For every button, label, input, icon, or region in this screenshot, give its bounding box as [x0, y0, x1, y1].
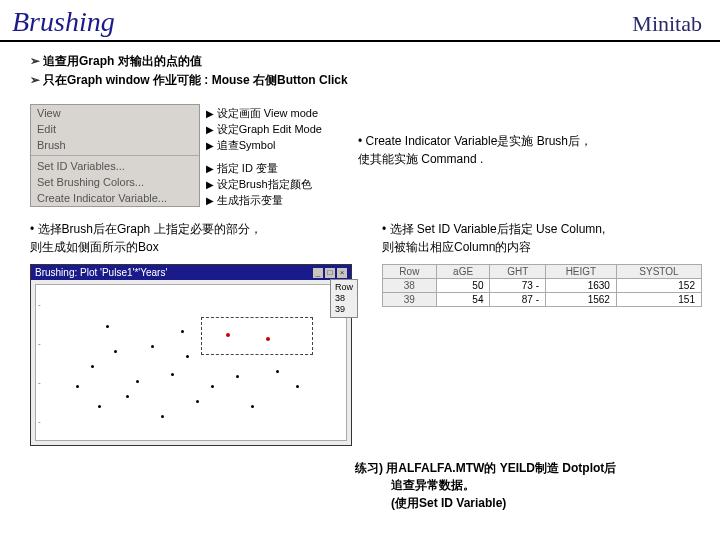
- context-menu: View Edit Brush Set ID Variables... Set …: [30, 104, 200, 207]
- cell: 73 -: [490, 279, 546, 293]
- close-icon[interactable]: ×: [337, 268, 347, 278]
- brush-selection[interactable]: [201, 317, 313, 355]
- intro-line-2: 只在Graph window 作业可能 : Mouse 右侧Button Cli…: [30, 71, 702, 90]
- note-line1: • Create Indicator Variable是实施 Brush后，: [358, 132, 592, 150]
- cell: 87 -: [490, 293, 546, 307]
- brush-rows-box: Row 38 39: [330, 279, 358, 317]
- window-controls: _ □ ×: [313, 268, 347, 278]
- menu-desc-col: 设定画面 View mode 设定Graph Edit Mode 追查Symbo…: [206, 104, 322, 208]
- left-bullet-l1: • 选择Brush后在Graph 上指定必要的部分，: [30, 220, 362, 238]
- th-age: aGE: [436, 265, 490, 279]
- desc-id: 指定 ID 变量: [206, 161, 322, 176]
- menu-set-colors[interactable]: Set Brushing Colors...: [31, 174, 199, 190]
- cell: 1630: [545, 279, 616, 293]
- exercise-l3: (使用Set ID Variable): [355, 495, 616, 512]
- cell: 151: [616, 293, 701, 307]
- menu-view[interactable]: View: [31, 105, 199, 121]
- cell: 54: [436, 293, 490, 307]
- max-icon[interactable]: □: [325, 268, 335, 278]
- desc-view: 设定画面 View mode: [206, 106, 322, 121]
- left-column: • 选择Brush后在Graph 上指定必要的部分， 则生成如侧面所示的Box …: [30, 220, 362, 446]
- left-bullet-l2: 则生成如侧面所示的Box: [30, 238, 362, 256]
- desc-edit: 设定Graph Edit Mode: [206, 122, 322, 137]
- cell: 50: [436, 279, 490, 293]
- exercise-l2: 追查异常数据。: [355, 477, 616, 494]
- right-bullet: • 选择 Set ID Variable后指定 Use Column, 则被输出…: [382, 220, 702, 256]
- cell: 1562: [545, 293, 616, 307]
- menu-brush[interactable]: Brush: [31, 137, 199, 153]
- rows-label: Row: [335, 282, 353, 293]
- exercise-block: 练习) 用ALFALFA.MTW的 YEILD制造 Dotplot后 追查异常数…: [355, 460, 616, 512]
- intro-block: 追查用Graph 对输出的点的值 只在Graph window 作业可能 : M…: [30, 52, 702, 90]
- th-row: Row: [383, 265, 437, 279]
- menu-create-indicator[interactable]: Create Indicator Variable...: [31, 190, 199, 206]
- menu-desc-top: 设定画面 View mode 设定Graph Edit Mode 追查Symbo…: [206, 104, 322, 153]
- create-indicator-note: • Create Indicator Variable是实施 Brush后， 使…: [358, 132, 592, 168]
- table-row: 39 54 87 - 1562 151: [383, 293, 702, 307]
- cell: 152: [616, 279, 701, 293]
- note-line2: 使其能实施 Command .: [358, 150, 592, 168]
- lower-row: • 选择Brush后在Graph 上指定必要的部分， 则生成如侧面所示的Box …: [30, 220, 702, 446]
- right-bullet-l2: 则被输出相应Column的内容: [382, 238, 702, 256]
- rows-1: 39: [335, 304, 353, 315]
- menu-edit[interactable]: Edit: [31, 121, 199, 137]
- th-ght: GHT: [490, 265, 546, 279]
- rows-0: 38: [335, 293, 353, 304]
- menu-set-id[interactable]: Set ID Variables...: [31, 158, 199, 174]
- right-bullet-l1: • 选择 Set ID Variable后指定 Use Column,: [382, 220, 702, 238]
- menu-row: View Edit Brush Set ID Variables... Set …: [30, 104, 702, 208]
- intro-line-1: 追查用Graph 对输出的点的值: [30, 52, 702, 71]
- content: 追查用Graph 对输出的点的值 只在Graph window 作业可能 : M…: [0, 42, 720, 446]
- exercise-l1: 练习) 用ALFALFA.MTW的 YEILD制造 Dotplot后: [355, 460, 616, 477]
- th-systol: SYSTOL: [616, 265, 701, 279]
- scatter-plot[interactable]: Row 38 39 ----: [35, 284, 347, 441]
- result-table: Row aGE GHT HEIGT SYSTOL 38 50 73 - 1630…: [382, 264, 702, 307]
- plot-title: Brushing: Plot 'Pulse1'*'Years': [35, 267, 167, 278]
- header: Brushing Minitab: [0, 0, 720, 42]
- table-header-row: Row aGE GHT HEIGT SYSTOL: [383, 265, 702, 279]
- plot-titlebar: Brushing: Plot 'Pulse1'*'Years' _ □ ×: [31, 265, 351, 280]
- left-bullet: • 选择Brush后在Graph 上指定必要的部分， 则生成如侧面所示的Box: [30, 220, 362, 256]
- menu-separator: [31, 155, 199, 156]
- y-axis-ticks: ----: [38, 285, 41, 440]
- cell: 39: [383, 293, 437, 307]
- min-icon[interactable]: _: [313, 268, 323, 278]
- desc-brush: 追查Symbol: [206, 138, 322, 153]
- menu-desc-bottom: 指定 ID 变量 设定Brush指定颜色 生成指示变量: [206, 159, 322, 208]
- desc-color: 设定Brush指定颜色: [206, 177, 322, 192]
- cell: 38: [383, 279, 437, 293]
- brand-label: Minitab: [632, 11, 702, 37]
- right-column: • 选择 Set ID Variable后指定 Use Column, 则被输出…: [382, 220, 702, 307]
- table-row: 38 50 73 - 1630 152: [383, 279, 702, 293]
- th-heigt: HEIGT: [545, 265, 616, 279]
- plot-window: Brushing: Plot 'Pulse1'*'Years' _ □ × Ro…: [30, 264, 352, 446]
- desc-indicator: 生成指示变量: [206, 193, 322, 208]
- page-title: Brushing: [12, 6, 115, 38]
